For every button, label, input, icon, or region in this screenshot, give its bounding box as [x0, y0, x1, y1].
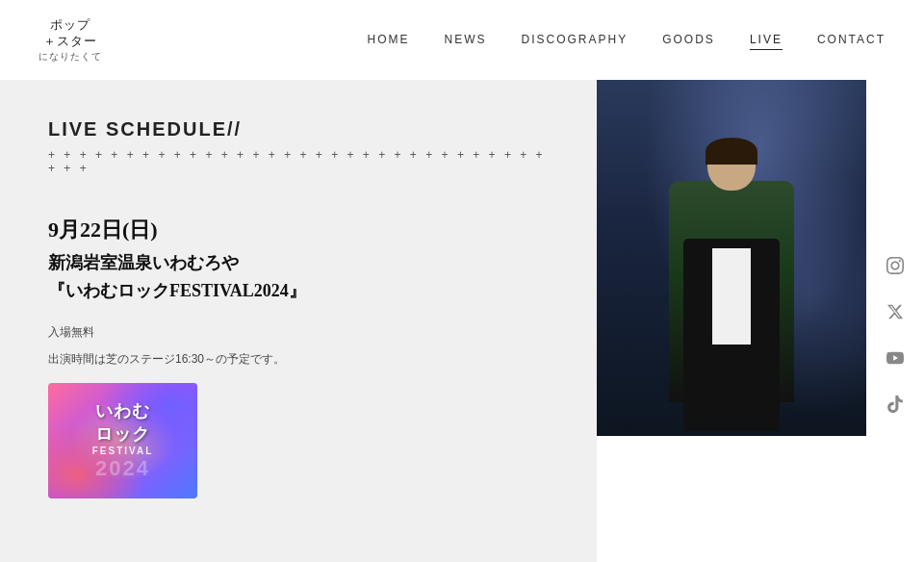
instagram-icon[interactable]: [886, 256, 905, 275]
nav-item-news[interactable]: NEWS: [445, 33, 487, 46]
festival-text-3: FESTIVAL: [92, 446, 154, 456]
person-body: [669, 181, 794, 402]
main-container: LIVE SCHEDULE// + + + + + + + + + + + + …: [0, 80, 924, 562]
social-sidebar: [886, 256, 905, 414]
person-silhouette: [645, 128, 818, 436]
person-hair: [706, 138, 757, 165]
festival-text-1: いわむ: [95, 399, 150, 422]
tiktok-icon[interactable]: [886, 395, 905, 414]
nav-item-contact[interactable]: CONTACT: [817, 33, 886, 46]
event-title-line: 『いわむロックFESTIVAL2024』: [48, 281, 306, 300]
youtube-icon[interactable]: [886, 348, 905, 368]
event-venue: 新潟岩室温泉いわむろや 『いわむロックFESTIVAL2024』: [48, 249, 549, 305]
hero-image: [597, 80, 866, 436]
logo-line1: ポップ: [50, 17, 90, 34]
person-shirt: [712, 248, 751, 345]
live-schedule-title: LIVE SCHEDULE//: [48, 118, 549, 140]
event-date: 9月22日(日): [48, 214, 549, 245]
nav-item-home[interactable]: HOME: [368, 33, 410, 46]
dots-divider: + + + + + + + + + + + + + + + + + + + + …: [48, 148, 549, 175]
event-performance-time: 出演時間は芝のステージ16:30～の予定です。: [48, 350, 549, 369]
hero-image-inner: [597, 80, 866, 436]
site-logo[interactable]: ポップ ＋スター になりたくて: [38, 17, 102, 63]
event-admission: 入場無料: [48, 323, 549, 342]
festival-image: いわむ ロック FESTIVAL 2024: [48, 383, 197, 498]
logo-line3: になりたくて: [38, 50, 102, 63]
main-nav: HOME NEWS DISCOGRAPHY GOODS LIVE CONTACT: [368, 33, 886, 46]
festival-text-2: ロック: [95, 422, 150, 446]
event-venue-line1: 新潟岩室温泉いわむろや: [48, 253, 239, 272]
logo-line2: ＋スター: [43, 34, 97, 50]
live-schedule-section: LIVE SCHEDULE// + + + + + + + + + + + + …: [0, 80, 597, 562]
nav-item-discography[interactable]: DISCOGRAPHY: [522, 33, 629, 46]
twitter-x-icon[interactable]: [886, 302, 905, 321]
nav-item-live[interactable]: LIVE: [750, 33, 783, 46]
site-header: ポップ ＋スター になりたくて HOME NEWS DISCOGRAPHY GO…: [0, 0, 924, 80]
festival-image-inner: いわむ ロック FESTIVAL 2024: [48, 383, 197, 498]
nav-item-goods[interactable]: GOODS: [662, 33, 715, 46]
white-right-area: [597, 436, 866, 562]
festival-year: 2024: [95, 456, 150, 481]
